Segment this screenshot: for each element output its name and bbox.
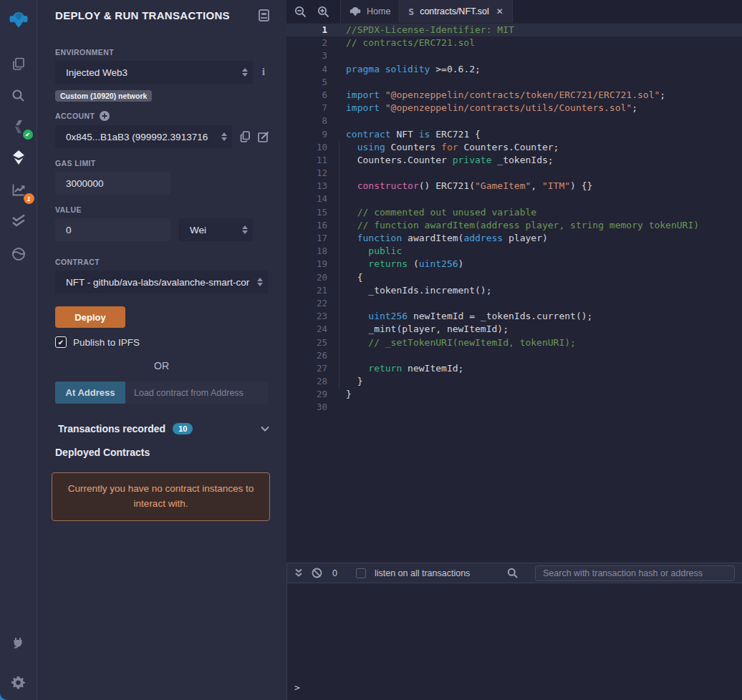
code-line[interactable]: 1//SPDX-License-Identifier: MIT bbox=[286, 24, 742, 37]
gas-limit-label: GAS LIMIT bbox=[55, 159, 269, 167]
value-label: VALUE bbox=[55, 205, 269, 214]
terminal-prompt: > bbox=[294, 682, 300, 693]
code-line[interactable]: 22 bbox=[286, 297, 742, 310]
transactions-recorded-toggle[interactable]: Transactions recorded 10 bbox=[55, 423, 269, 434]
code-line[interactable]: 8 bbox=[286, 115, 742, 127]
code-lines[interactable]: 1//SPDX-License-Identifier: MIT2// contr… bbox=[286, 23, 742, 414]
code-line[interactable]: 30 bbox=[286, 401, 742, 414]
code-line[interactable]: 15 // commented out unused variable bbox=[286, 206, 742, 219]
expand-terminal-icon[interactable] bbox=[294, 568, 303, 578]
code-line[interactable]: 12 bbox=[286, 167, 742, 180]
contract-select[interactable]: NFT - github/ava-labs/avalanche-smart-co… bbox=[55, 271, 268, 293]
code-line[interactable]: 10 using Counters for Counters.Counter; bbox=[286, 141, 742, 154]
plugin-circle-icon[interactable] bbox=[8, 243, 29, 265]
code-line[interactable]: 24 _mint(player, newItemId); bbox=[286, 323, 742, 336]
code-line[interactable]: 27 return newItemId; bbox=[286, 362, 742, 375]
line-number: 19 bbox=[286, 258, 337, 271]
line-number: 28 bbox=[286, 375, 337, 388]
code-line[interactable]: 17 function awardItem(address player) bbox=[286, 232, 742, 245]
code-line[interactable]: 7import "@openzeppelin/contracts/utils/C… bbox=[286, 102, 742, 115]
gas-limit-input[interactable] bbox=[55, 172, 170, 195]
line-number: 9 bbox=[286, 128, 337, 141]
debugger-chart-icon[interactable]: 1 bbox=[8, 179, 29, 200]
code-line[interactable]: 23 uint256 newItemId = _tokenIds.current… bbox=[286, 310, 742, 323]
publish-ipfs-row[interactable]: ✔ Publish to IPFS bbox=[55, 336, 269, 348]
no-instances-message: Currently you have no contract instances… bbox=[52, 472, 270, 521]
plugin-manager-icon[interactable] bbox=[8, 631, 29, 653]
add-account-icon[interactable] bbox=[100, 111, 110, 121]
line-number: 15 bbox=[286, 206, 337, 219]
contract-label: CONTRACT bbox=[55, 258, 269, 266]
at-address-input[interactable] bbox=[125, 381, 268, 404]
environment-info-icon[interactable]: i bbox=[262, 67, 265, 78]
code-line[interactable]: 16 // function awardItem(address player,… bbox=[286, 219, 742, 232]
chevron-updown-icon bbox=[221, 132, 227, 141]
line-number: 29 bbox=[286, 388, 337, 401]
chevron-updown-icon bbox=[257, 278, 263, 286]
line-number: 23 bbox=[286, 310, 337, 323]
tab-home[interactable]: Home bbox=[340, 0, 399, 23]
deployed-contracts-label: Deployed Contracts bbox=[55, 447, 269, 458]
code-line[interactable]: 20 { bbox=[286, 271, 742, 284]
line-number: 24 bbox=[286, 323, 337, 336]
remix-logo-icon[interactable] bbox=[8, 5, 29, 34]
line-number: 14 bbox=[286, 193, 337, 205]
publish-ipfs-checkbox[interactable]: ✔ bbox=[55, 336, 67, 348]
chevron-updown-icon bbox=[242, 225, 248, 234]
code-line[interactable]: 29} bbox=[286, 388, 742, 401]
terminal-toolbar: 0 listen on all transactions bbox=[287, 563, 742, 583]
remix-home-icon bbox=[350, 6, 361, 17]
listen-transactions-checkbox[interactable] bbox=[356, 568, 366, 578]
code-line[interactable]: 5 bbox=[286, 76, 742, 89]
code-line[interactable]: 4pragma solidity >=0.6.2; bbox=[286, 63, 742, 76]
terminal-output[interactable]: > bbox=[287, 583, 742, 700]
line-number: 8 bbox=[286, 115, 337, 127]
code-line[interactable]: 6import "@openzeppelin/contracts/token/E… bbox=[286, 89, 742, 102]
line-number: 18 bbox=[286, 245, 337, 258]
code-line[interactable]: 9contract NFT is ERC721 { bbox=[286, 128, 742, 141]
code-line[interactable]: 2// contracts/ERC721.sol bbox=[286, 37, 742, 49]
code-line[interactable]: 21 _tokenIds.increment(); bbox=[286, 284, 742, 297]
code-line[interactable]: 14 bbox=[286, 193, 742, 205]
chevron-down-icon bbox=[261, 426, 269, 432]
deploy-button[interactable]: Deploy bbox=[55, 306, 125, 328]
clear-console-icon[interactable] bbox=[312, 568, 322, 578]
close-tab-icon[interactable]: ✕ bbox=[496, 6, 504, 16]
code-line[interactable]: 19 returns (uint256) bbox=[286, 258, 742, 271]
indent-guide bbox=[339, 141, 339, 389]
settings-gear-icon[interactable] bbox=[8, 671, 29, 693]
environment-select[interactable]: Injected Web3 bbox=[55, 61, 253, 84]
code-line[interactable]: 3 bbox=[286, 49, 742, 62]
documentation-book-icon[interactable] bbox=[259, 9, 269, 21]
line-number: 13 bbox=[286, 180, 337, 193]
value-unit-select[interactable]: Wei bbox=[179, 218, 253, 241]
line-number: 5 bbox=[286, 76, 337, 89]
code-line[interactable]: 11 Counters.Counter private _tokenIds; bbox=[286, 154, 742, 167]
deploy-and-run-icon[interactable] bbox=[8, 147, 29, 168]
editor-tabbar: Home S contracts/NFT.sol ✕ bbox=[286, 0, 742, 23]
copy-account-icon[interactable] bbox=[240, 131, 250, 142]
zoom-out-icon[interactable] bbox=[292, 4, 309, 20]
static-analysis-icon[interactable] bbox=[8, 210, 29, 232]
edit-account-icon[interactable] bbox=[258, 131, 269, 142]
value-input[interactable] bbox=[55, 218, 170, 241]
search-icon[interactable] bbox=[8, 84, 29, 106]
line-number: 2 bbox=[286, 37, 337, 49]
zoom-in-icon[interactable] bbox=[315, 4, 332, 20]
code-line[interactable]: 18 public bbox=[286, 245, 742, 258]
code-line[interactable]: 25 // _setTokenURI(newItemId, tokenURI); bbox=[286, 336, 742, 349]
line-number: 26 bbox=[286, 349, 337, 362]
or-separator: OR bbox=[55, 360, 268, 371]
solidity-compiler-icon[interactable]: ✔ bbox=[8, 116, 29, 137]
line-number: 6 bbox=[286, 89, 337, 102]
code-line[interactable]: 28 } bbox=[286, 375, 742, 388]
icon-sidebar: ✔ 1 bbox=[0, 0, 37, 700]
at-address-button[interactable]: At Address bbox=[55, 381, 125, 404]
code-line[interactable]: 26 bbox=[286, 349, 742, 362]
account-select[interactable]: 0x845...B1aB3 (999992.3913716 bbox=[55, 125, 232, 148]
terminal-search-input[interactable] bbox=[535, 565, 735, 581]
tab-contracts-nft-sol[interactable]: S contracts/NFT.sol ✕ bbox=[399, 0, 512, 23]
code-line[interactable]: 13 constructor() ERC721("GameItem", "ITM… bbox=[286, 180, 742, 193]
file-explorer-icon[interactable] bbox=[8, 53, 29, 74]
transactions-recorded-label: Transactions recorded bbox=[58, 423, 165, 434]
